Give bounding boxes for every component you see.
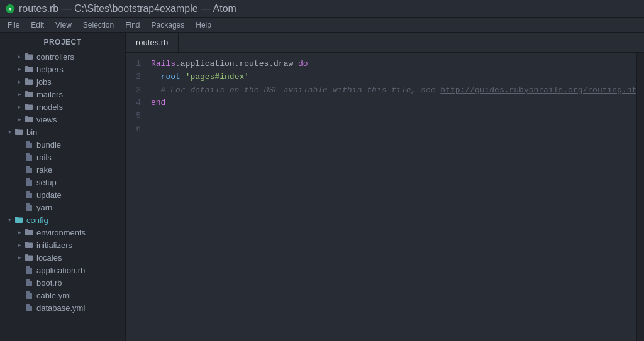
- line-numbers: 123456: [126, 53, 146, 341]
- sidebar-item-bin[interactable]: ▾ bin: [0, 126, 125, 138]
- tab-label: routes.rb: [136, 38, 168, 47]
- sidebar-label-helpers: helpers: [36, 65, 64, 74]
- folder-arrow-bin: ▾: [5, 127, 14, 136]
- sidebar-label-mailers: mailers: [36, 90, 63, 99]
- titlebar-title: routes.rb — C:\Sites\bootstrap4example —…: [19, 3, 236, 14]
- folder-icon-environments: [24, 227, 34, 237]
- menu-item-find[interactable]: Find: [120, 19, 145, 31]
- folder-icon-bin: [14, 127, 24, 137]
- folder-icon-controllers: [24, 51, 34, 62]
- folder-icon-helpers: [24, 64, 34, 74]
- editor-area: routes.rb 123456 Rails.application.route…: [126, 33, 644, 341]
- folder-icon-mailers: [24, 89, 34, 99]
- file-icon-yarn: [24, 202, 34, 212]
- app-icon: a: [5, 4, 15, 14]
- code-line-2: root 'pages#index': [151, 71, 636, 84]
- code-content: Rails.application.routes.draw do root 'p…: [146, 53, 636, 341]
- code-token: end: [151, 98, 165, 107]
- file-icon-update: [24, 190, 34, 200]
- folder-arrow-jobs: ▸: [15, 77, 24, 86]
- sidebar-item-models[interactable]: ▸ models: [0, 100, 125, 113]
- menu-item-view[interactable]: View: [50, 19, 77, 31]
- folder-icon-locales: [24, 252, 34, 263]
- sidebar-item-jobs[interactable]: ▸ jobs: [0, 75, 125, 88]
- sidebar-item-rails[interactable]: rails: [0, 151, 125, 163]
- code-line-4: # For details on the DSL available withi…: [151, 84, 636, 97]
- sidebar-item-database-yml[interactable]: database.yml: [0, 301, 125, 314]
- folder-arrow-locales: ▸: [15, 253, 24, 262]
- sidebar: Project ▸ controllers ▸ helpers ▸: [0, 33, 126, 341]
- code-token: .application.routes.draw: [175, 59, 298, 68]
- menu-item-selection[interactable]: Selection: [78, 19, 119, 31]
- sidebar-label-bundle: bundle: [36, 140, 61, 149]
- sidebar-item-application-rb[interactable]: application.rb: [0, 264, 125, 276]
- sidebar-label-views: views: [36, 115, 57, 124]
- sidebar-item-config[interactable]: ▾ config: [0, 214, 125, 226]
- folder-icon-config: [14, 215, 24, 225]
- menu-item-edit[interactable]: Edit: [26, 19, 49, 31]
- folder-icon-models: [24, 102, 34, 112]
- sidebar-item-initializers[interactable]: ▸ initializers: [0, 239, 125, 251]
- code-token: http://guides.rubyonrails.org/routing.ht…: [440, 85, 636, 95]
- sidebar-label-bin: bin: [26, 127, 37, 137]
- folder-arrow-config: ▾: [5, 215, 14, 224]
- sidebar-item-views[interactable]: ▸ views: [0, 113, 125, 126]
- menu-item-file[interactable]: File: [3, 19, 25, 31]
- sidebar-label-application.rb: application.rb: [36, 266, 85, 275]
- sidebar-item-mailers[interactable]: ▸ mailers: [0, 88, 125, 100]
- line-number-1: 1: [131, 58, 141, 71]
- sidebar-label-jobs: jobs: [36, 77, 52, 87]
- sidebar-label-rails: rails: [36, 153, 52, 162]
- code-token: Rails: [151, 59, 175, 68]
- sidebar-label-rake: rake: [36, 165, 52, 175]
- sidebar-label-cable.yml: cable.yml: [36, 291, 71, 300]
- code-token: [180, 72, 186, 82]
- menu-item-packages[interactable]: Packages: [147, 19, 190, 31]
- sidebar-item-bundle[interactable]: bundle: [0, 138, 125, 151]
- line-number-5: 5: [131, 110, 141, 123]
- sidebar-item-helpers[interactable]: ▸ helpers: [0, 63, 125, 75]
- sidebar-label-environments: environments: [36, 228, 86, 237]
- sidebar-item-update[interactable]: update: [0, 188, 125, 201]
- menubar: FileEditViewSelectionFindPackagesHelp: [0, 18, 644, 33]
- tabbar: routes.rb: [126, 33, 644, 53]
- sidebar-item-yarn[interactable]: yarn: [0, 201, 125, 214]
- folder-arrow-models: ▸: [15, 102, 24, 111]
- folder-arrow-helpers: ▸: [15, 65, 24, 73]
- code-line-5: end: [151, 97, 636, 110]
- sidebar-label-update: update: [36, 190, 62, 200]
- folder-icon-initializers: [24, 240, 34, 250]
- folder-arrow-mailers: ▸: [15, 90, 24, 99]
- sidebar-item-cable-yml[interactable]: cable.yml: [0, 289, 125, 301]
- sidebar-item-locales[interactable]: ▸ locales: [0, 251, 125, 264]
- code-token: [151, 72, 161, 82]
- sidebar-item-boot-rb[interactable]: boot.rb: [0, 276, 125, 289]
- code-token: # For details on the DSL available withi…: [151, 85, 440, 95]
- code-token: root: [161, 72, 180, 82]
- file-icon-cable.yml: [24, 290, 34, 300]
- folder-arrow-initializers: ▸: [15, 241, 24, 249]
- sidebar-item-rake[interactable]: rake: [0, 163, 125, 176]
- sidebar-item-setup[interactable]: setup: [0, 176, 125, 188]
- file-icon-database.yml: [24, 303, 34, 313]
- file-icon-bundle: [24, 139, 34, 149]
- file-icon-setup: [24, 177, 34, 187]
- menu-item-help[interactable]: Help: [191, 19, 216, 31]
- minimap-scrollbar: [636, 53, 644, 341]
- editor-wrapper: 123456 Rails.application.routes.draw do …: [126, 53, 644, 341]
- titlebar: a routes.rb — C:\Sites\bootstrap4example…: [0, 0, 644, 18]
- sidebar-items: ▸ controllers ▸ helpers ▸: [0, 50, 125, 314]
- sidebar-label-controllers: controllers: [36, 52, 74, 62]
- folder-arrow-environments: ▸: [15, 228, 24, 237]
- folder-arrow-views: ▸: [15, 115, 24, 124]
- line-number-3: 3: [131, 84, 141, 97]
- sidebar-label-initializers: initializers: [36, 241, 72, 250]
- sidebar-label-database.yml: database.yml: [36, 303, 85, 313]
- sidebar-item-environments[interactable]: ▸ environments: [0, 226, 125, 239]
- tab-routes[interactable]: routes.rb: [126, 33, 179, 52]
- code-editor[interactable]: 123456 Rails.application.routes.draw do …: [126, 53, 636, 341]
- sidebar-label-yarn: yarn: [36, 203, 52, 212]
- sidebar-label-models: models: [36, 102, 63, 112]
- sidebar-item-controllers[interactable]: ▸ controllers: [0, 50, 125, 63]
- main-layout: Project ▸ controllers ▸ helpers ▸: [0, 33, 644, 341]
